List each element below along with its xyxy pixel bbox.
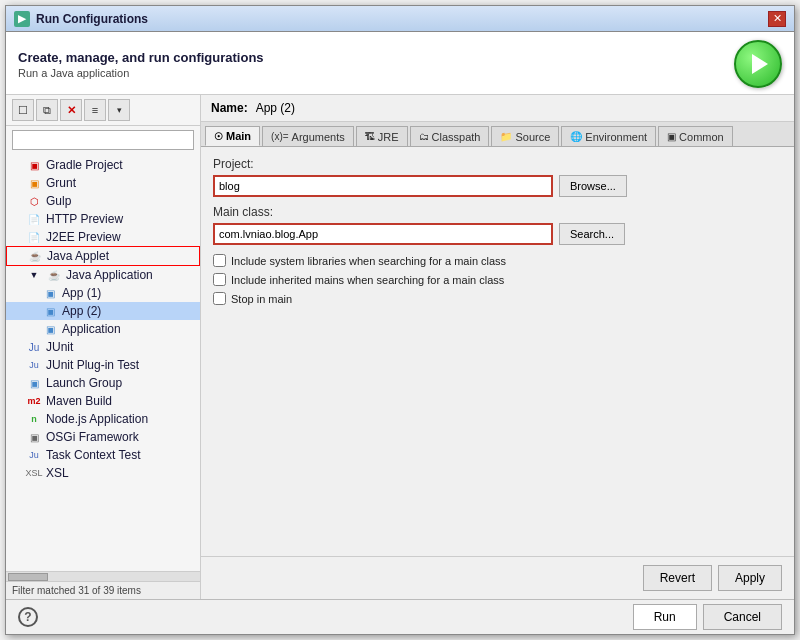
main-class-input[interactable] <box>213 223 553 245</box>
search-button[interactable]: Search... <box>559 223 625 245</box>
tree-label-junit: JUnit <box>46 340 73 354</box>
name-value: App (2) <box>256 101 295 115</box>
tree-item-maven[interactable]: m2 Maven Build <box>6 392 200 410</box>
common-tab-label: Common <box>679 131 724 143</box>
tree-label-javaapp: Java Application <box>66 268 153 282</box>
main-class-label: Main class: <box>213 205 782 219</box>
header-text-group: Create, manage, and run configurations R… <box>18 50 264 79</box>
delete-icon: ✕ <box>67 104 76 117</box>
tree-label-task: Task Context Test <box>46 448 141 462</box>
tree-label-grunt: Grunt <box>46 176 76 190</box>
tree-item-app1[interactable]: ▣ App (1) <box>6 284 200 302</box>
stop-in-main-label: Stop in main <box>231 293 292 305</box>
tree-item-j2ee[interactable]: 📄 J2EE Preview <box>6 228 200 246</box>
tree-label-nodejs: Node.js Application <box>46 412 148 426</box>
horizontal-scrollbar[interactable] <box>6 571 200 581</box>
revert-button[interactable]: Revert <box>643 565 712 591</box>
main-tab-icon: ☉ <box>214 131 223 142</box>
tree-area: ▣ Gradle Project ▣ Grunt ⬡ Gulp 📄 HTTP P… <box>6 154 200 571</box>
project-input[interactable] <box>213 175 553 197</box>
javaapp-icon: ☕ <box>46 268 62 282</box>
dropdown-icon: ▾ <box>117 105 122 115</box>
content-area: Project: Browse... Main class: Search...… <box>201 147 794 556</box>
include-system-libs-checkbox[interactable] <box>213 254 226 267</box>
arguments-tab-icon: (x)= <box>271 131 289 142</box>
tree-label-application: Application <box>62 322 121 336</box>
tree-item-launchgroup[interactable]: ▣ Launch Group <box>6 374 200 392</box>
tree-item-osgi[interactable]: ▣ OSGi Framework <box>6 428 200 446</box>
app1-icon: ▣ <box>42 286 58 300</box>
copy-config-button[interactable]: ⧉ <box>36 99 58 121</box>
tree-label-xsl: XSL <box>46 466 69 480</box>
cancel-footer-button[interactable]: Cancel <box>703 604 782 630</box>
applet-icon: ☕ <box>27 249 43 263</box>
main-body: ☐ ⧉ ✕ ≡ ▾ ▣ <box>6 95 794 599</box>
dropdown-button[interactable]: ▾ <box>108 99 130 121</box>
filter-button[interactable]: ≡ <box>84 99 106 121</box>
gradle-icon: ▣ <box>26 158 42 172</box>
stop-in-main-checkbox[interactable] <box>213 292 226 305</box>
junitplugin-icon: Ju <box>26 358 42 372</box>
close-button[interactable]: ✕ <box>768 11 786 27</box>
filter-icon: ≡ <box>92 104 98 116</box>
header-title: Create, manage, and run configurations <box>18 50 264 65</box>
search-input[interactable] <box>12 130 194 150</box>
tree-item-javaapp[interactable]: ▼ ☕ Java Application <box>6 266 200 284</box>
toolbar: ☐ ⧉ ✕ ≡ ▾ <box>6 95 200 126</box>
name-label: Name: <box>211 101 248 115</box>
tree-item-http[interactable]: 📄 HTTP Preview <box>6 210 200 228</box>
scrollbar-thumb[interactable] <box>8 573 48 581</box>
apply-button[interactable]: Apply <box>718 565 782 591</box>
tree-item-task[interactable]: Ju Task Context Test <box>6 446 200 464</box>
include-system-libs-label: Include system libraries when searching … <box>231 255 506 267</box>
common-tab-icon: ▣ <box>667 131 676 142</box>
help-button[interactable]: ? <box>18 607 38 627</box>
delete-config-button[interactable]: ✕ <box>60 99 82 121</box>
arguments-tab-label: Arguments <box>292 131 345 143</box>
project-label: Project: <box>213 157 782 171</box>
tab-jre[interactable]: 🏗 JRE <box>356 126 408 146</box>
tree-item-junitplugin[interactable]: Ju JUnit Plug-in Test <box>6 356 200 374</box>
tree-item-gulp[interactable]: ⬡ Gulp <box>6 192 200 210</box>
tree-label-junitplugin: JUnit Plug-in Test <box>46 358 139 372</box>
tab-arguments[interactable]: (x)= Arguments <box>262 126 354 146</box>
tree-item-gradle[interactable]: ▣ Gradle Project <box>6 156 200 174</box>
run-configurations-dialog: ▶ Run Configurations ✕ Create, manage, a… <box>5 5 795 635</box>
tree-item-applet[interactable]: ☕ Java Applet <box>6 246 200 266</box>
tree-item-app2[interactable]: ▣ App (2) <box>6 302 200 320</box>
tree-item-nodejs[interactable]: n Node.js Application <box>6 410 200 428</box>
main-class-input-row: Search... <box>213 223 782 245</box>
new-config-button[interactable]: ☐ <box>12 99 34 121</box>
run-footer-button[interactable]: Run <box>633 604 697 630</box>
tree-item-application[interactable]: ▣ Application <box>6 320 200 338</box>
title-bar-left: ▶ Run Configurations <box>14 11 148 27</box>
dialog-title: Run Configurations <box>36 12 148 26</box>
name-bar: Name: App (2) <box>201 95 794 122</box>
copy-icon: ⧉ <box>43 104 51 117</box>
tab-main[interactable]: ☉ Main <box>205 126 260 146</box>
tree-item-xsl[interactable]: XSL XSL <box>6 464 200 482</box>
tab-environment[interactable]: 🌐 Environment <box>561 126 656 146</box>
tree-item-grunt[interactable]: ▣ Grunt <box>6 174 200 192</box>
right-panel: Name: App (2) ☉ Main (x)= Arguments 🏗 JR… <box>201 95 794 599</box>
left-panel: ☐ ⧉ ✕ ≡ ▾ ▣ <box>6 95 201 599</box>
tree-item-junit[interactable]: Ju JUnit <box>6 338 200 356</box>
checkbox-row-1: Include system libraries when searching … <box>213 253 782 268</box>
tabs-bar: ☉ Main (x)= Arguments 🏗 JRE 🗂 Classpath … <box>201 122 794 147</box>
tab-common[interactable]: ▣ Common <box>658 126 733 146</box>
tab-classpath[interactable]: 🗂 Classpath <box>410 126 490 146</box>
nodejs-icon: n <box>26 412 42 426</box>
environment-tab-icon: 🌐 <box>570 131 582 142</box>
tab-source[interactable]: 📁 Source <box>491 126 559 146</box>
tree-label-gulp: Gulp <box>46 194 71 208</box>
checkbox-row-3: Stop in main <box>213 291 782 306</box>
include-inherited-mains-checkbox[interactable] <box>213 273 226 286</box>
browse-button[interactable]: Browse... <box>559 175 627 197</box>
tree-label-http: HTTP Preview <box>46 212 123 226</box>
classpath-tab-label: Classpath <box>432 131 481 143</box>
run-button[interactable] <box>734 40 782 88</box>
title-bar: ▶ Run Configurations ✕ <box>6 6 794 32</box>
source-tab-label: Source <box>515 131 550 143</box>
project-input-row: Browse... <box>213 175 782 197</box>
maven-icon: m2 <box>26 394 42 408</box>
